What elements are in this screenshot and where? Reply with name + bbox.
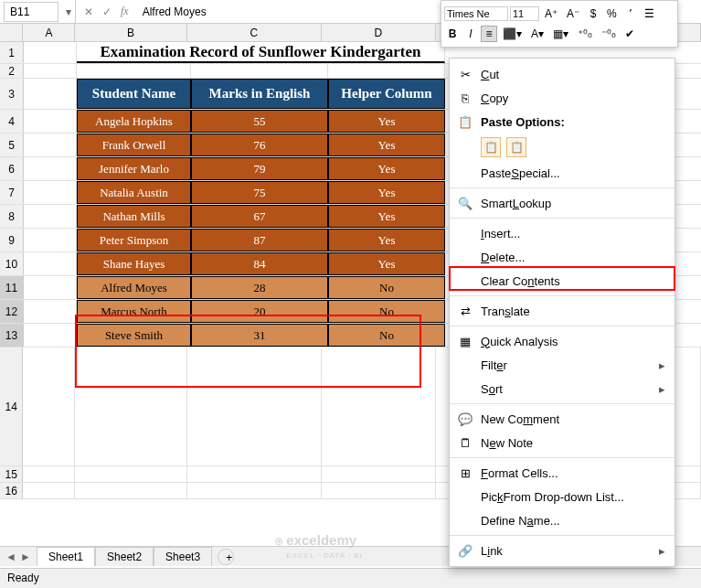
menu-define-name[interactable]: Define Name...	[450, 508, 674, 532]
cell-name[interactable]: Natalia Austin	[77, 181, 191, 204]
menu-filter[interactable]: Filter▸	[450, 353, 674, 377]
cell-marks[interactable]: 84	[191, 252, 328, 275]
menu-format-cells[interactable]: ⊞Format Cells...	[450, 461, 674, 485]
cell[interactable]	[187, 466, 322, 482]
cell-helper[interactable]: Yes	[328, 181, 445, 204]
cell-helper[interactable]: No	[328, 300, 445, 323]
cancel-icon[interactable]: ✕	[81, 5, 96, 18]
cell-marks[interactable]: 79	[191, 157, 328, 180]
row-header[interactable]: 10	[0, 252, 24, 275]
row-header[interactable]: 3	[0, 79, 24, 109]
increase-font-button[interactable]: A⁺	[541, 5, 561, 22]
column-header[interactable]: C	[187, 24, 322, 41]
column-header[interactable]: A	[23, 24, 75, 41]
cell-marks[interactable]: 75	[191, 181, 328, 204]
cell-name[interactable]: Marcus North	[77, 300, 191, 323]
paste-values-button[interactable]: 📋	[506, 137, 526, 157]
menu-sort[interactable]: Sort▸	[450, 377, 674, 401]
cell[interactable]	[24, 79, 77, 109]
table-header-name[interactable]: Student Name	[77, 79, 191, 109]
row-header[interactable]: 15	[0, 466, 23, 482]
name-box[interactable]	[4, 2, 58, 22]
row-header[interactable]: 7	[0, 181, 24, 204]
row-header[interactable]: 6	[0, 157, 24, 180]
format-button[interactable]: ☰	[641, 5, 658, 22]
cell[interactable]	[77, 64, 191, 78]
enter-icon[interactable]: ✓	[100, 5, 114, 18]
cell-helper[interactable]: Yes	[328, 252, 445, 275]
cell-name[interactable]: Alfred Moyes	[77, 276, 191, 299]
cell-marks[interactable]: 76	[191, 134, 328, 156]
percent-button[interactable]: %	[603, 5, 621, 22]
cell-helper[interactable]: Yes	[328, 110, 445, 133]
font-size-input[interactable]	[510, 6, 539, 21]
row-header[interactable]: 12	[0, 300, 24, 323]
cell-a1[interactable]	[24, 42, 77, 63]
row-header[interactable]: 5	[0, 134, 24, 156]
name-box-dropdown-icon[interactable]: ▾	[62, 5, 75, 18]
title-cell[interactable]: Examination Record of Sunflower Kinderga…	[77, 42, 445, 63]
decrease-font-button[interactable]: A⁻	[563, 5, 583, 22]
cell[interactable]	[24, 181, 77, 204]
cell[interactable]	[23, 466, 75, 482]
column-header[interactable]: B	[75, 24, 186, 41]
cell[interactable]	[191, 64, 328, 78]
borders-button[interactable]: ▦▾	[549, 26, 572, 42]
menu-smart-lookup[interactable]: 🔍Smart Lookup	[450, 191, 674, 215]
cell[interactable]	[75, 466, 186, 482]
increase-decimal-button[interactable]: ⁺⁰₀	[574, 26, 596, 42]
cell[interactable]	[24, 300, 77, 323]
row-header[interactable]: 14	[0, 347, 23, 465]
cell-helper[interactable]: Yes	[328, 134, 445, 156]
cell[interactable]	[24, 157, 77, 180]
menu-pick-list[interactable]: Pick From Drop-down List...	[450, 485, 674, 508]
row-header[interactable]: 9	[0, 229, 24, 251]
row-header[interactable]: 13	[0, 324, 24, 347]
cell[interactable]	[23, 347, 75, 465]
table-header-marks[interactable]: Marks in English	[191, 79, 328, 109]
fill-color-button[interactable]: ⬛▾	[499, 26, 526, 42]
italic-button[interactable]: I	[462, 26, 479, 42]
cell-helper[interactable]: Yes	[328, 157, 445, 180]
add-sheet-button[interactable]: +	[218, 549, 234, 565]
cell[interactable]	[23, 483, 75, 498]
row-header[interactable]: 11	[0, 276, 24, 299]
column-header[interactable]: D	[322, 24, 436, 41]
fx-icon[interactable]: fx	[118, 5, 132, 18]
menu-cut[interactable]: ✂CCutut	[450, 62, 674, 86]
row-header[interactable]: 1	[0, 42, 24, 63]
menu-clear-contents[interactable]: Clear Contents	[450, 269, 674, 293]
cell-name[interactable]: Steve Smith	[77, 324, 191, 347]
cell[interactable]	[24, 276, 77, 299]
cell-marks[interactable]: 31	[191, 324, 328, 347]
cell-helper[interactable]: Yes	[328, 205, 445, 228]
cell-name[interactable]: Frank Orwell	[77, 134, 191, 156]
row-header[interactable]: 8	[0, 205, 24, 228]
menu-copy[interactable]: ⎘Copy	[450, 86, 674, 110]
cell[interactable]	[24, 64, 77, 78]
row-header[interactable]: 16	[0, 483, 23, 498]
decrease-decimal-button[interactable]: ⁻⁰₀	[598, 26, 620, 42]
table-header-helper[interactable]: Helper Column	[328, 79, 445, 109]
cell[interactable]	[24, 134, 77, 156]
font-color-button[interactable]: A▾	[527, 26, 547, 42]
cell[interactable]	[24, 229, 77, 251]
currency-button[interactable]: $	[585, 5, 601, 22]
cell-helper[interactable]: No	[328, 324, 445, 347]
cell-helper[interactable]: Yes	[328, 229, 445, 251]
sheet-tab-1[interactable]: Sheet1	[37, 547, 95, 566]
sheet-tab-3[interactable]: Sheet3	[154, 547, 212, 566]
cell-name[interactable]: Nathan Mills	[77, 205, 191, 228]
cell-marks[interactable]: 55	[191, 110, 328, 133]
menu-new-comment[interactable]: 💬New Comment	[450, 407, 674, 431]
cell-name[interactable]: Shane Hayes	[77, 252, 191, 275]
cell[interactable]	[75, 347, 186, 465]
cell-marks[interactable]: 20	[191, 300, 328, 323]
cell[interactable]	[75, 483, 186, 498]
align-button[interactable]: ≡	[481, 26, 497, 42]
cell[interactable]	[322, 347, 436, 465]
menu-paste-special[interactable]: Paste Special...	[450, 161, 674, 185]
comma-button[interactable]: ʼ	[622, 5, 639, 22]
tab-nav-prev-icon[interactable]: ◄	[5, 551, 16, 563]
menu-insert[interactable]: Insert...	[450, 221, 674, 245]
